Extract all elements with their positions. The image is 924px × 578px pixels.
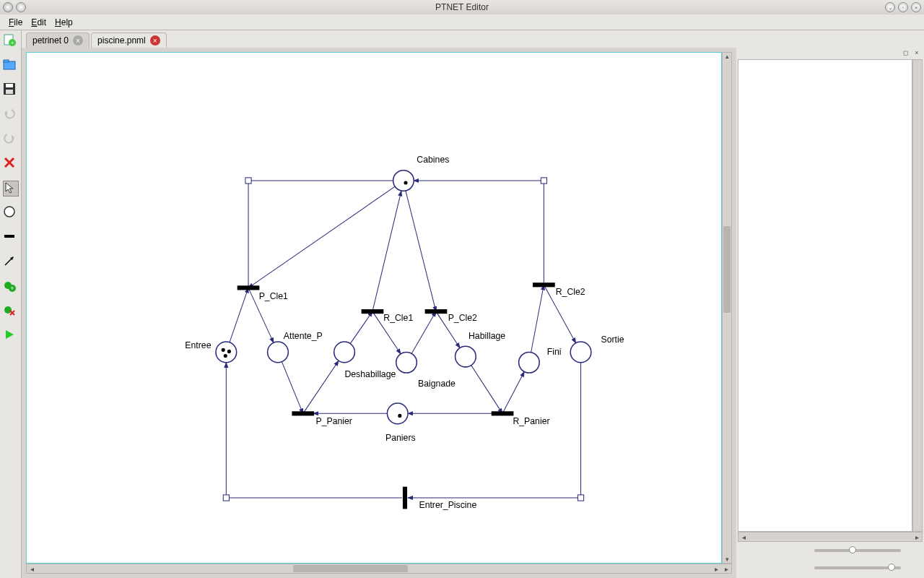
- arc-tool[interactable]: [3, 254, 19, 270]
- panel-detach-icon[interactable]: ◻: [901, 49, 910, 58]
- transition-R_Panier[interactable]: [492, 411, 514, 415]
- zoom-slider-row-2: [738, 559, 923, 577]
- place-Deshabillage[interactable]: [334, 342, 355, 363]
- svg-point-20: [4, 306, 12, 314]
- zoom-slider-2[interactable]: [814, 566, 901, 569]
- svg-point-46: [404, 181, 407, 184]
- zoom-slider-thumb[interactable]: [888, 564, 895, 571]
- menu-file[interactable]: File: [4, 16, 27, 29]
- transition-label: P_Cle2: [448, 313, 477, 323]
- transition-R_Cle1[interactable]: [362, 309, 384, 314]
- svg-rect-43: [541, 178, 546, 184]
- transition-tool[interactable]: [3, 230, 19, 246]
- svg-rect-45: [578, 495, 583, 501]
- app-icon: [3, 2, 13, 12]
- transition-P_Cle1[interactable]: [237, 285, 260, 290]
- svg-point-47: [222, 348, 225, 352]
- place-label: Attente_P: [284, 331, 323, 341]
- run-button[interactable]: [3, 328, 19, 344]
- transition-P_Panier[interactable]: [292, 411, 314, 415]
- minimize-button[interactable]: ᵥ: [885, 2, 895, 12]
- transition-R_Cle2[interactable]: [533, 282, 555, 287]
- delete-button[interactable]: [3, 156, 19, 172]
- canvas[interactable]: CabinesEntreeAttente_PDeshabillageBaigna…: [26, 52, 722, 564]
- zoom-slider-row: [738, 542, 923, 559]
- scroll-left-icon[interactable]: ◂: [27, 565, 37, 573]
- svg-marker-23: [6, 330, 14, 339]
- svg-text:+: +: [10, 285, 14, 292]
- place-Cabines[interactable]: [393, 171, 414, 191]
- place-Habillage[interactable]: [456, 346, 476, 367]
- maximize-button[interactable]: ◦: [898, 2, 908, 12]
- panel-vertical-scrollbar[interactable]: [912, 59, 923, 532]
- menubar: File Edit Help: [0, 14, 924, 30]
- scrollbar-thumb[interactable]: [723, 226, 731, 313]
- titlebar: PTNET Editor ᵥ ◦ ×: [0, 0, 924, 14]
- svg-rect-42: [245, 178, 251, 184]
- panel-horizontal-scrollbar[interactable]: ◂ ▸: [738, 532, 923, 542]
- place-label: Baignade: [418, 379, 456, 389]
- place-Fini[interactable]: [519, 352, 540, 373]
- tab-label: petrinet 0: [32, 35, 69, 46]
- scrollbar-thumb[interactable]: [293, 565, 408, 572]
- tab-piscine[interactable]: piscine.pnml ×: [91, 33, 167, 48]
- side-panel-content: [738, 59, 912, 532]
- redo-button[interactable]: [3, 131, 19, 147]
- place-label: Cabines: [417, 155, 449, 165]
- canvas-horizontal-scrollbar[interactable]: ◂ ▸ ▸: [26, 564, 732, 574]
- canvas-vertical-scrollbar[interactable]: ▴ ▾: [722, 52, 732, 564]
- transition-label: R_Panier: [513, 416, 549, 426]
- svg-rect-14: [4, 235, 14, 238]
- svg-text:+: +: [10, 40, 14, 46]
- scroll-right-icon[interactable]: ▸: [721, 565, 731, 573]
- transition-label: Entrer_Piscine: [419, 500, 476, 510]
- transition-P_Cle2[interactable]: [425, 309, 448, 314]
- svg-rect-7: [6, 90, 13, 94]
- svg-line-25: [248, 181, 404, 288]
- undo-button[interactable]: [3, 107, 19, 123]
- place-Sortie[interactable]: [570, 342, 591, 363]
- tab-label: piscine.pnml: [97, 35, 146, 46]
- svg-line-26: [372, 191, 401, 311]
- zoom-slider[interactable]: [814, 549, 901, 552]
- place-tool[interactable]: [3, 205, 19, 221]
- remove-token-button[interactable]: [3, 303, 19, 319]
- place-label: Habillage: [468, 331, 505, 341]
- close-button[interactable]: ×: [911, 2, 921, 12]
- place-Paniers[interactable]: [387, 403, 408, 424]
- svg-point-48: [227, 350, 231, 353]
- tab-petrinet-0[interactable]: petrinet 0 ×: [26, 33, 90, 48]
- place-Entree[interactable]: [216, 342, 237, 363]
- zoom-slider-thumb[interactable]: [849, 546, 856, 553]
- transition-label: R_Cle2: [556, 287, 585, 297]
- menu-edit[interactable]: Edit: [27, 16, 51, 29]
- svg-rect-3: [4, 61, 15, 69]
- panel-close-icon[interactable]: ×: [912, 49, 921, 58]
- svg-line-38: [529, 285, 544, 362]
- new-button[interactable]: +: [3, 33, 19, 49]
- svg-point-49: [224, 354, 227, 358]
- place-label: Deshabillage: [344, 369, 396, 379]
- app-icon-2: [16, 2, 26, 12]
- svg-line-27: [406, 191, 436, 311]
- place-label: Entree: [185, 340, 211, 350]
- scroll-right-icon[interactable]: ▸: [711, 565, 721, 573]
- svg-point-13: [4, 207, 14, 217]
- tab-close-icon[interactable]: ×: [73, 35, 83, 46]
- tab-close-icon[interactable]: ×: [150, 35, 160, 46]
- svg-marker-12: [6, 183, 13, 193]
- save-button[interactable]: [3, 82, 19, 98]
- toolbox: + +: [0, 30, 22, 578]
- place-label: Paniers: [385, 433, 416, 443]
- open-button[interactable]: [3, 58, 19, 74]
- place-label: Fini: [547, 347, 562, 357]
- svg-line-31: [303, 361, 339, 413]
- window-title: PTNET Editor: [435, 2, 489, 12]
- place-Attente_P[interactable]: [268, 342, 289, 363]
- place-Baignade[interactable]: [396, 352, 417, 373]
- add-token-button[interactable]: +: [3, 279, 19, 295]
- pointer-tool[interactable]: [3, 181, 19, 197]
- transition-Entrer_Piscine[interactable]: [403, 487, 407, 509]
- svg-rect-4: [4, 60, 9, 62]
- menu-help[interactable]: Help: [51, 16, 77, 29]
